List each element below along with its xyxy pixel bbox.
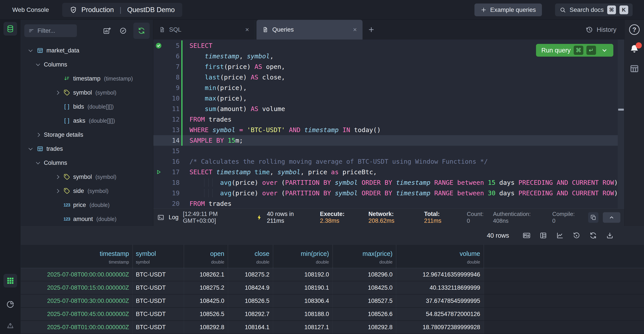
new-tab-button[interactable] (362, 20, 380, 40)
code-area[interactable]: 5SELECT6 timestamp, symbol,7 first(price… (153, 40, 624, 209)
column-header-max(price)[interactable]: max(price)double (333, 245, 396, 268)
tree-item-price[interactable]: 123price(double) (21, 198, 153, 212)
tab-queries[interactable]: Queries × (256, 20, 362, 40)
refresh-schema-button[interactable] (134, 23, 150, 39)
columns-layout-button[interactable] (535, 229, 552, 242)
cell-open[interactable]: 108262.1 (184, 268, 228, 281)
restore-button[interactable] (568, 229, 585, 242)
refresh-data-button[interactable] (585, 229, 602, 242)
cell-timestamp[interactable]: 2025-07-08T00:15:00.000000Z (21, 281, 133, 294)
cell-symbol[interactable]: BTC-USDT (133, 268, 184, 281)
table-row[interactable]: 2025-07-08T01:00:00.000000ZBTC-USDT10829… (21, 321, 644, 334)
database-panel-button[interactable] (4, 22, 17, 36)
cell-symbol[interactable]: BTC-USDT (133, 294, 184, 307)
chevron-down-icon[interactable] (36, 160, 40, 164)
help-button[interactable]: ? (624, 22, 644, 37)
cell-volume[interactable]: 54.82547872000126 (396, 308, 484, 320)
code-line-14[interactable]: 14SAMPLE BY 15m; (153, 135, 624, 146)
chevron-right-icon[interactable] (55, 189, 59, 193)
example-queries-button[interactable]: Example queries (474, 4, 542, 16)
tree-item-Storage details[interactable]: Storage details (21, 128, 153, 142)
grid-view-button[interactable] (4, 274, 17, 287)
cell-timestamp[interactable]: 2025-07-08T00:45:00.000000Z (21, 308, 133, 320)
cell-max(price)[interactable]: 108425.0 (333, 281, 396, 294)
chevron-right-icon[interactable] (55, 175, 59, 179)
tree-item-Columns[interactable]: Columns (21, 58, 153, 72)
cell-close[interactable]: 108292.7 (228, 308, 273, 320)
collapse-log-button[interactable] (603, 212, 620, 223)
tree-item-amount[interactable]: 123amount(double) (21, 212, 153, 226)
cell-volume[interactable]: 12.967416359999946 (396, 268, 484, 281)
table-row[interactable]: 2025-07-08T00:45:00.000000ZBTC-USDT10852… (21, 308, 644, 321)
close-tab-icon[interactable]: × (245, 26, 249, 33)
instance-badge[interactable]: Production | QuestDB Demo (62, 3, 182, 17)
cell-open[interactable]: 108275.2 (184, 281, 228, 294)
tree-item-timestamp[interactable]: timestamp(timestamp) (21, 72, 153, 86)
run-query-button[interactable]: Run query ⌘ ↵ (536, 44, 613, 57)
search-docs-button[interactable]: Search docs ⌘ K (555, 4, 632, 16)
tree-item-side[interactable]: side(symbol) (21, 184, 153, 198)
cell-max(price)[interactable]: 108296.0 (333, 268, 396, 281)
cell-volume[interactable]: 18.780972389999928 (396, 321, 484, 333)
column-header-timestamp[interactable]: timestamptimestamp (21, 245, 133, 268)
cell-min(price)[interactable]: 108188.0 (273, 308, 333, 320)
code-line-9[interactable]: 9 min(price), (153, 83, 624, 93)
tab-sql[interactable]: SQL × (153, 20, 255, 40)
code-line-16[interactable]: 16/* Calculates the rolling moving avera… (153, 156, 624, 167)
cell-symbol[interactable]: BTC-USDT (133, 281, 184, 294)
cell-max(price)[interactable]: 108292.8 (333, 321, 396, 333)
code-line-7[interactable]: 7 first(price) AS open, (153, 61, 624, 72)
cell-min(price)[interactable]: 108127.1 (273, 321, 333, 333)
table-panel-button[interactable] (624, 61, 644, 76)
code-line-10[interactable]: 10 max(price), (153, 93, 624, 104)
chart-view-button[interactable] (4, 298, 17, 311)
cell-max(price)[interactable]: 108527.5 (333, 294, 396, 307)
code-line-17[interactable]: 17SELECT timestamp time, symbol, price a… (153, 167, 624, 177)
table-row[interactable]: 2025-07-08T00:00:00.000000ZBTC-USDT10826… (21, 268, 644, 281)
chevron-down-icon[interactable] (602, 48, 606, 52)
notifications-button[interactable] (624, 42, 644, 56)
close-tab-icon[interactable]: × (353, 26, 357, 33)
chevron-down-icon[interactable] (36, 62, 40, 66)
code-line-18[interactable]: 18 avg(price) over (PARTITION BY symbol … (153, 177, 624, 188)
tree-item-symbol[interactable]: symbol(symbol) (21, 86, 153, 100)
cell-open[interactable]: 108292.8 (184, 321, 228, 333)
cell-max(price)[interactable]: 108526.6 (333, 308, 396, 320)
cell-min(price)[interactable]: 108192.0 (273, 268, 333, 281)
tree-item-bids[interactable]: []bids(double[][]) (21, 100, 153, 114)
add-materialized-view-button[interactable] (99, 23, 115, 39)
tree-item-market_data[interactable]: market_data (21, 44, 153, 58)
sql-editor[interactable]: 5SELECT6 timestamp, symbol,7 first(price… (153, 40, 624, 209)
cell-symbol[interactable]: BTC-USDT (133, 308, 184, 320)
select-tables-button[interactable] (115, 23, 131, 39)
cell-timestamp[interactable]: 2025-07-08T00:00:00.000000Z (21, 268, 133, 281)
cell-close[interactable]: 108424.9 (228, 281, 273, 294)
column-header-volume[interactable]: volumedouble (396, 245, 484, 268)
code-line-20[interactable]: 20FROM trades (153, 198, 624, 209)
code-line-11[interactable]: 11 sum(amount) AS volume (153, 104, 624, 114)
tree-item-trades[interactable]: trades (21, 142, 153, 156)
cell-open[interactable]: 108526.5 (184, 308, 228, 320)
cell-open[interactable]: 108425.0 (184, 294, 228, 307)
play-marker-icon[interactable] (153, 167, 164, 177)
import-button[interactable] (4, 319, 17, 332)
cell-volume[interactable]: 40.1332118699999 (396, 281, 484, 294)
code-line-15[interactable]: 15 (153, 146, 624, 156)
cell-symbol[interactable]: BTC-USDT (133, 321, 184, 333)
cell-min(price)[interactable]: 108190.1 (273, 281, 333, 294)
scrollbar-thumb[interactable] (618, 109, 624, 111)
tree-item-symbol[interactable]: symbol(symbol) (21, 170, 153, 184)
chart-button[interactable] (552, 229, 568, 242)
code-line-12[interactable]: 12FROM trades (153, 114, 624, 125)
filter-input[interactable] (38, 28, 68, 34)
download-csv-button[interactable] (602, 229, 618, 242)
chevron-right-icon[interactable] (36, 133, 40, 137)
code-line-13[interactable]: 13WHERE symbol = 'BTC-USDT' AND timestam… (153, 125, 624, 135)
chevron-right-icon[interactable] (55, 91, 59, 95)
code-line-19[interactable]: 19 avg(price) over (PARTITION BY symbol … (153, 188, 624, 198)
cell-close[interactable]: 108275.2 (228, 268, 273, 281)
table-row[interactable]: 2025-07-08T00:30:00.000000ZBTC-USDT10842… (21, 294, 644, 308)
cell-timestamp[interactable]: 2025-07-08T01:00:00.000000Z (21, 321, 133, 333)
copy-log-button[interactable] (588, 212, 599, 223)
markdown-export-button[interactable] (518, 229, 535, 242)
